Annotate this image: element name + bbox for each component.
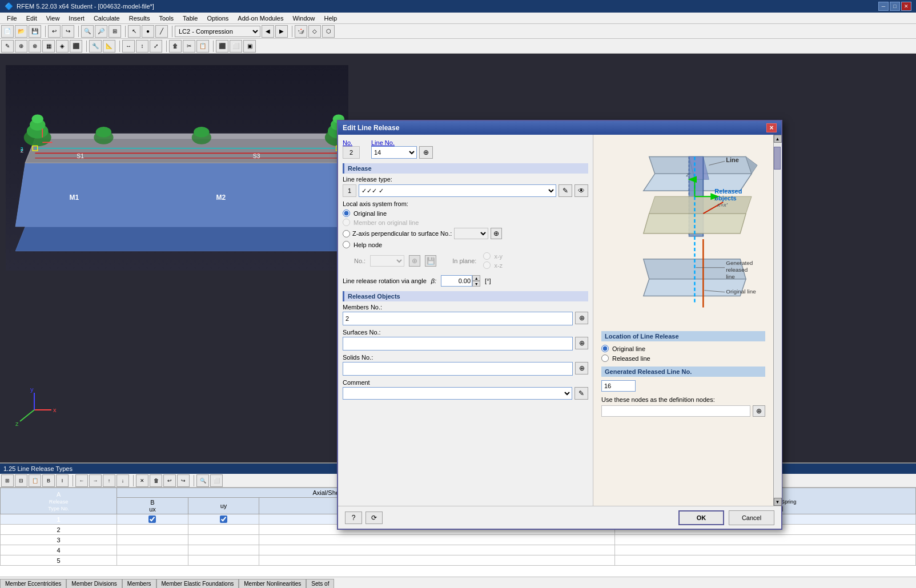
line-no-select[interactable]: 14 [371,146,417,159]
tab-members[interactable]: Members [122,579,156,588]
loc-original-radio[interactable] [601,345,609,352]
tb-select[interactable]: ↖ [128,25,140,38]
member-on-line-radio-item[interactable]: Member on original line [343,219,588,226]
solids-no-pick-btn[interactable]: ⊕ [575,362,588,374]
tb-new[interactable]: 📄 [1,25,14,38]
xy-radio-item[interactable]: x-y [483,252,503,260]
solids-no-input[interactable] [343,362,573,376]
release-type-select[interactable]: ✓✓✓ ✓ [359,184,556,197]
tab-sets[interactable]: Sets of [306,579,334,588]
lc-dropdown[interactable]: LC2 - Compression [175,26,260,37]
tb-iso[interactable]: ⬡ [322,25,335,38]
help-button[interactable]: ? [345,512,362,524]
pt-btn15[interactable]: ⬜ [210,474,223,487]
help-node-select[interactable] [370,255,404,267]
xy-radio[interactable] [483,252,491,260]
tb-next[interactable]: ▶ [275,25,288,38]
ok-button[interactable]: OK [678,510,724,525]
tb-zoom[interactable]: 🔍 [81,25,94,38]
use-nodes-pick-btn[interactable]: ⊕ [753,405,765,417]
tb-node[interactable]: ● [142,25,154,38]
loc-released-radio-item[interactable]: Released line [601,355,765,362]
table-row[interactable]: 5 [1,555,916,566]
menu-window[interactable]: Window [288,14,319,23]
tb-wire[interactable]: ◇ [308,25,321,38]
pt-btn4[interactable]: B [42,474,55,487]
close-window-button[interactable]: ✕ [901,2,911,11]
menu-edit[interactable]: Edit [22,14,42,23]
z-perp-radio[interactable] [343,230,350,237]
minimize-button[interactable]: ─ [878,2,889,11]
tb-redo[interactable]: ↪ [62,25,74,38]
row1-ux[interactable] [117,514,188,525]
tb-fit[interactable]: ⊞ [109,25,121,38]
right-scrollbar[interactable]: ▲ ▼ [773,135,781,506]
pt-btn10[interactable]: ✕ [136,474,148,487]
pt-btn6[interactable]: ← [75,474,88,487]
tb2-16[interactable]: ⬜ [230,40,242,53]
members-no-input[interactable] [343,312,573,325]
tb2-17[interactable]: ▣ [243,40,256,53]
pt-btn11[interactable]: 🗑 [150,474,162,487]
tb2-14[interactable]: 📋 [196,40,209,53]
help-node-radio-item[interactable]: Help node [343,241,588,248]
table-row[interactable]: 3 [1,535,916,545]
surfaces-no-input[interactable] [343,337,573,351]
tb-render[interactable]: 🎲 [295,25,307,38]
table-row[interactable]: 4 [1,545,916,555]
pt-btn13[interactable]: ↪ [177,474,190,487]
row1-uy-check[interactable] [220,515,227,523]
pt-btn3[interactable]: 📋 [29,474,41,487]
maximize-button[interactable]: □ [890,2,900,11]
tb2-6[interactable]: ⬛ [70,40,82,53]
tb2-7[interactable]: 🔧 [89,40,102,53]
tb2-2[interactable]: ⊕ [15,40,27,53]
tb-zoom2[interactable]: 🔎 [95,25,107,38]
menu-view[interactable]: View [42,14,65,23]
tb2-4[interactable]: ▦ [42,40,55,53]
cancel-button[interactable]: Cancel [729,510,774,525]
beta-spin[interactable]: ▲ ▼ [441,275,480,287]
loc-original-radio-item[interactable]: Original line [601,345,765,352]
help-node-save-btn[interactable]: 💾 [425,255,436,267]
row1-ux-check[interactable] [148,515,156,523]
sb-thumb[interactable] [774,147,781,170]
tab-member-elastic[interactable]: Member Elastic Foundations [156,579,239,588]
menu-calculate[interactable]: Calculate [89,14,124,23]
pt-btn8[interactable]: ↑ [103,474,115,487]
window-controls[interactable]: ─ □ ✕ [878,2,911,11]
pt-btn5[interactable]: I [56,474,69,487]
menu-help[interactable]: Help [320,14,342,23]
comment-select[interactable] [343,387,572,400]
edit-line-release-dialog[interactable]: Edit Line Release × No. 2 Line No. [337,120,782,530]
z-perp-pick-btn[interactable]: ⊕ [491,228,502,239]
pt-btn1[interactable]: ⊞ [1,474,14,487]
pt-btn7[interactable]: → [89,474,102,487]
menu-file[interactable]: File [2,14,22,23]
sb-down-btn[interactable]: ▼ [774,498,782,506]
tb2-9[interactable]: ↔ [122,40,135,53]
z-perp-radio-item[interactable]: Z-axis perpendicular to surface No.: ⊕ [343,228,588,239]
tb-save[interactable]: 💾 [29,25,41,38]
tb-prev[interactable]: ◀ [262,25,274,38]
sb-track[interactable] [774,143,782,498]
tb-line[interactable]: ╱ [155,25,168,38]
help-node-radio[interactable] [343,241,350,248]
line-no-pick-button[interactable]: ⊕ [419,146,433,159]
menu-addon[interactable]: Add-on Modules [233,14,288,23]
use-nodes-input[interactable] [601,405,750,417]
sb-up-btn[interactable]: ▲ [774,135,782,143]
tab-member-divisions[interactable]: Member Divisions [66,579,122,588]
menu-table[interactable]: Table [178,14,202,23]
member-on-line-radio[interactable] [343,219,350,226]
menu-tools[interactable]: Tools [154,14,178,23]
release-type-edit-btn[interactable]: ✎ [559,184,572,197]
menu-results[interactable]: Results [124,14,155,23]
loc-released-radio[interactable] [601,355,609,362]
pt-btn12[interactable]: ↩ [163,474,176,487]
menu-insert[interactable]: Insert [64,14,89,23]
tb2-1[interactable]: ✎ [1,40,14,53]
tb2-8[interactable]: 📐 [103,40,115,53]
pt-btn9[interactable]: ↓ [116,474,129,487]
release-type-view-btn[interactable]: 👁 [574,184,588,197]
